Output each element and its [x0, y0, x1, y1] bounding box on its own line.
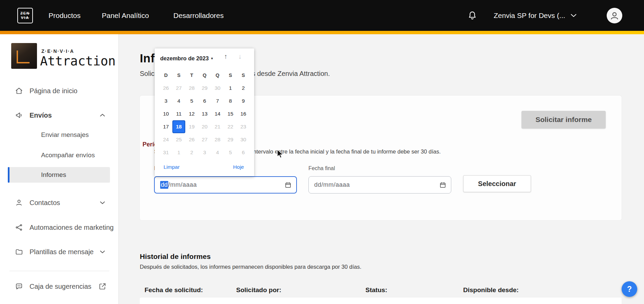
month-dropdown-caret-icon[interactable]: ▾ [211, 56, 213, 61]
calendar-day[interactable]: 14 [211, 107, 224, 120]
sidebar: Z·E·N·V·I·A Attraction Página de inicio … [0, 34, 119, 304]
column-header-solicitado-por: Solicitado por: [236, 286, 281, 294]
calendar-day[interactable]: 28 [211, 133, 224, 146]
next-month-arrow-icon[interactable]: ↓ [234, 53, 246, 60]
calendar-day[interactable]: 13 [198, 107, 211, 120]
sidebar-divider [10, 271, 109, 271]
external-link-icon[interactable] [98, 282, 107, 290]
user-avatar[interactable] [607, 8, 622, 23]
calendar-day[interactable]: 2 [185, 146, 198, 159]
clear-button[interactable]: Limpar [164, 164, 179, 170]
calendar-day[interactable]: 1 [224, 82, 237, 95]
top-navbar: ZEN VIA Productos Panel Analítico Desarr… [0, 0, 644, 31]
history-section-subtitle: Después de solicitados, los informes per… [140, 264, 361, 270]
calendar-day[interactable]: 6 [237, 146, 250, 159]
calendar-day[interactable]: 31 [159, 146, 172, 159]
sidebar-item-pagina-de-inicio[interactable]: Página de inicio [0, 83, 119, 99]
nav-item-desarrolladores[interactable]: Desarrolladores [173, 0, 224, 31]
calendar-day[interactable]: 20 [198, 120, 211, 133]
zenvia-logo[interactable]: ZEN VIA [17, 8, 33, 23]
calendar-day[interactable]: 3 [159, 95, 172, 107]
notifications-bell-icon[interactable] [467, 11, 477, 21]
calendar-day[interactable]: 27 [198, 133, 211, 146]
month-year-selector[interactable]: dezembro de 2023 [160, 55, 209, 62]
calendar-day[interactable]: 12 [185, 107, 198, 120]
calendar-day[interactable]: 17 [159, 120, 172, 133]
column-header-fecha-solicitud: Fecha de solicitud: [145, 286, 203, 294]
attraction-logo-image [11, 43, 37, 69]
calendar-day[interactable]: 9 [237, 95, 250, 107]
weekday-label: S [224, 69, 237, 82]
calendar-day[interactable]: 8 [224, 95, 237, 107]
sidebar-item-enviar-mensajes[interactable]: Enviar mensajes [0, 128, 119, 142]
account-name: Zenvia SP for Devs (... [494, 12, 565, 20]
calendar-day[interactable]: 11 [172, 107, 185, 120]
sidebar-item-envios[interactable]: Envíos [0, 107, 119, 123]
weekday-label: S [237, 69, 250, 82]
sidebar-item-label: Enviar mensajes [41, 131, 89, 139]
nav-item-panel-analitico[interactable]: Panel Analítico [102, 0, 149, 31]
calendar-day[interactable]: 6 [198, 95, 211, 107]
sidebar-item-plantillas[interactable]: Plantillas de mensaje [0, 244, 119, 260]
brand-gradient-bar [0, 31, 644, 34]
date-segment-day-highlighted[interactable]: dd [160, 181, 168, 189]
help-button[interactable]: ? [622, 281, 637, 297]
calendar-day[interactable]: 3 [198, 146, 211, 159]
home-icon [15, 87, 23, 95]
select-button[interactable]: Seleccionar [463, 175, 531, 192]
calendar-day[interactable]: 15 [224, 107, 237, 120]
chevron-down-icon[interactable] [98, 248, 107, 256]
sidebar-item-acompanar-envios[interactable]: Acompañar envíos [0, 148, 119, 162]
calendar-day[interactable]: 16 [237, 107, 250, 120]
calendar-day[interactable]: 24 [159, 133, 172, 146]
sidebar-item-label: Página de inicio [30, 87, 77, 95]
sidebar-item-label: Acompañar envíos [41, 151, 95, 159]
calendar-day[interactable]: 5 [185, 95, 198, 107]
calendar-day[interactable]: 30 [211, 82, 224, 95]
weekday-header-row: D S T Q Q S S [159, 69, 250, 82]
calendar-day[interactable]: 7 [211, 95, 224, 107]
calendar-day[interactable]: 26 [185, 133, 198, 146]
calendar-day[interactable]: 29 [224, 133, 237, 146]
fecha-final-input[interactable]: dd/mm/aaaa [308, 176, 451, 194]
chevron-up-icon[interactable] [98, 111, 107, 119]
zenvia-logo-text-bottom: VIA [21, 16, 29, 20]
chevron-down-icon[interactable] [98, 199, 107, 207]
calendar-day[interactable]: 28 [185, 82, 198, 95]
calendar-day[interactable]: 10 [159, 107, 172, 120]
weekday-label: S [172, 69, 185, 82]
sidebar-item-informes-active[interactable]: Informes [8, 167, 110, 183]
calendar-picker-icon[interactable] [439, 182, 446, 188]
nav-item-productos[interactable]: Productos [49, 0, 81, 31]
calendar-day[interactable]: 29 [198, 82, 211, 95]
sidebar-item-caja-de-sugerencias[interactable]: Caja de sugerencias [0, 278, 119, 295]
calendar-picker-icon[interactable] [285, 182, 291, 188]
calendar-day[interactable]: 26 [159, 82, 172, 95]
folder-icon [15, 248, 23, 256]
calendar-day[interactable]: 4 [211, 146, 224, 159]
calendar-day[interactable]: 21 [211, 120, 224, 133]
calendar-day[interactable]: 27 [172, 82, 185, 95]
request-report-button[interactable]: Solicitar informe [522, 111, 606, 128]
person-icon [15, 199, 23, 207]
sidebar-item-automaciones[interactable]: Automaciones de marketing [0, 219, 119, 236]
account-switcher[interactable]: Zenvia SP for Devs (... [494, 0, 576, 31]
calendar-day[interactable]: 22 [224, 120, 237, 133]
previous-month-arrow-icon[interactable]: ↑ [220, 53, 231, 60]
sidebar-item-label: Contactos [30, 199, 60, 207]
date-picker-header: dezembro de 2023 ▾ [160, 53, 213, 63]
calendar-day-selected[interactable]: 18 [172, 120, 185, 133]
calendar-day[interactable]: 4 [172, 95, 185, 107]
sidebar-item-contactos[interactable]: Contactos [0, 195, 119, 211]
calendar-day[interactable]: 25 [172, 133, 185, 146]
calendar-day[interactable]: 23 [237, 120, 250, 133]
calendar-day[interactable]: 1 [172, 146, 185, 159]
calendar-day[interactable]: 2 [237, 82, 250, 95]
fecha-final-label: Fecha final [308, 165, 335, 171]
calendar-day[interactable]: 30 [237, 133, 250, 146]
fecha-inicial-input[interactable]: dd /mm/aaaa [154, 176, 297, 194]
today-button[interactable]: Hoje [233, 164, 244, 170]
calendar-day[interactable]: 19 [185, 120, 198, 133]
calendar-day[interactable]: 5 [224, 146, 237, 159]
history-section-title: Historial de informes [140, 252, 211, 261]
